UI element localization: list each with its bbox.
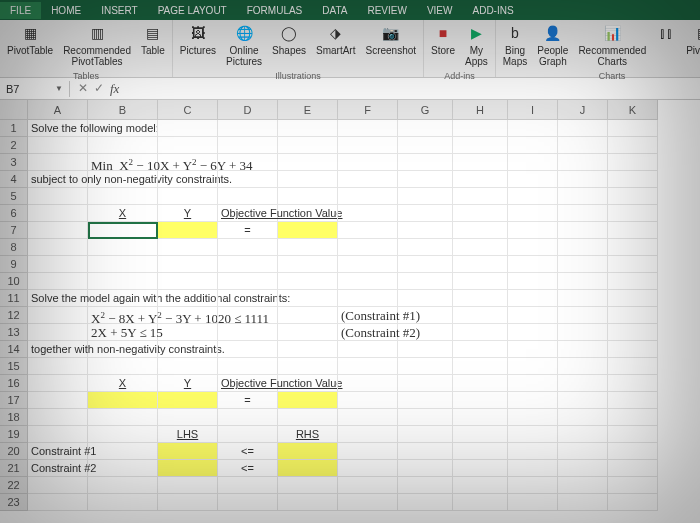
cell[interactable]: [558, 443, 608, 460]
smartart-button[interactable]: ⬗SmartArt: [313, 22, 358, 58]
cell[interactable]: [508, 290, 558, 307]
fx-icon[interactable]: fx: [110, 81, 119, 97]
cell[interactable]: [28, 188, 88, 205]
row-header[interactable]: 23: [0, 494, 28, 511]
row-header[interactable]: 14: [0, 341, 28, 358]
cell[interactable]: [278, 256, 338, 273]
cell[interactable]: [218, 256, 278, 273]
cell[interactable]: [558, 426, 608, 443]
cell[interactable]: [88, 494, 158, 511]
cell[interactable]: [278, 188, 338, 205]
tab-file[interactable]: FILE: [0, 2, 41, 19]
cell[interactable]: [158, 256, 218, 273]
recommended-pivottables-button[interactable]: ▥Recommended PivotTables: [60, 22, 134, 69]
cell[interactable]: [88, 443, 158, 460]
cell[interactable]: [608, 137, 658, 154]
tab-addins[interactable]: ADD-INS: [462, 2, 523, 19]
row-header[interactable]: 9: [0, 256, 28, 273]
cell[interactable]: Objective Function Value: [218, 205, 278, 222]
cell[interactable]: [278, 239, 338, 256]
cell[interactable]: [338, 171, 398, 188]
cell[interactable]: [608, 358, 658, 375]
cell[interactable]: [508, 154, 558, 171]
cell[interactable]: [453, 409, 508, 426]
cell[interactable]: [508, 341, 558, 358]
cell[interactable]: [218, 341, 278, 358]
cell[interactable]: [508, 120, 558, 137]
cell[interactable]: [278, 154, 338, 171]
cell[interactable]: [608, 256, 658, 273]
cell[interactable]: [218, 307, 278, 324]
cell[interactable]: [608, 239, 658, 256]
cell[interactable]: [453, 273, 508, 290]
cell[interactable]: Solve the model again with the additiona…: [28, 290, 88, 307]
cell[interactable]: [88, 256, 158, 273]
cell[interactable]: [88, 341, 158, 358]
cell[interactable]: [158, 137, 218, 154]
cell[interactable]: [28, 375, 88, 392]
row-header[interactable]: 3: [0, 154, 28, 171]
cell[interactable]: [278, 222, 338, 239]
cell[interactable]: [338, 222, 398, 239]
cell[interactable]: [453, 426, 508, 443]
cell[interactable]: Objective Function Value: [218, 375, 278, 392]
cell[interactable]: [158, 324, 218, 341]
cell[interactable]: [608, 154, 658, 171]
cell[interactable]: [608, 477, 658, 494]
pictures-button[interactable]: 🖼Pictures: [177, 22, 219, 58]
row-header[interactable]: 21: [0, 460, 28, 477]
col-header[interactable]: I: [508, 100, 558, 120]
cell[interactable]: [608, 222, 658, 239]
cell[interactable]: [398, 154, 453, 171]
cell[interactable]: [28, 477, 88, 494]
cell[interactable]: [398, 290, 453, 307]
cell[interactable]: [158, 392, 218, 409]
cell[interactable]: [338, 409, 398, 426]
row-header[interactable]: 12: [0, 307, 28, 324]
cell[interactable]: [278, 120, 338, 137]
cell[interactable]: [398, 324, 453, 341]
cell[interactable]: [398, 222, 453, 239]
cell[interactable]: [508, 205, 558, 222]
cell[interactable]: [158, 239, 218, 256]
tab-home[interactable]: HOME: [41, 2, 91, 19]
cell[interactable]: Solve the following model:: [28, 120, 88, 137]
cell[interactable]: [508, 426, 558, 443]
cell[interactable]: [608, 409, 658, 426]
cell[interactable]: [398, 494, 453, 511]
cell[interactable]: [558, 341, 608, 358]
cell[interactable]: [398, 273, 453, 290]
tab-view[interactable]: VIEW: [417, 2, 463, 19]
cell[interactable]: [558, 171, 608, 188]
cell[interactable]: [338, 443, 398, 460]
cell[interactable]: [453, 154, 508, 171]
recommended-charts-button[interactable]: 📊Recommended Charts: [575, 22, 649, 69]
tab-formulas[interactable]: FORMULAS: [237, 2, 313, 19]
row-header[interactable]: 18: [0, 409, 28, 426]
col-header[interactable]: A: [28, 100, 88, 120]
cell[interactable]: =: [218, 222, 278, 239]
cell[interactable]: [608, 205, 658, 222]
cell[interactable]: [338, 477, 398, 494]
col-header[interactable]: G: [398, 100, 453, 120]
col-header[interactable]: J: [558, 100, 608, 120]
cell[interactable]: [398, 358, 453, 375]
row-header[interactable]: 16: [0, 375, 28, 392]
cell[interactable]: [508, 375, 558, 392]
cell[interactable]: [88, 460, 158, 477]
cell[interactable]: [278, 341, 338, 358]
cell[interactable]: [558, 205, 608, 222]
cell[interactable]: [88, 171, 158, 188]
cell[interactable]: [453, 290, 508, 307]
cell[interactable]: <=: [218, 460, 278, 477]
cell[interactable]: [398, 137, 453, 154]
pivotchart-button[interactable]: ▦PivotCh: [683, 22, 700, 58]
cell[interactable]: [28, 409, 88, 426]
cell[interactable]: [338, 120, 398, 137]
col-header[interactable]: F: [338, 100, 398, 120]
cell[interactable]: [558, 154, 608, 171]
cell[interactable]: [28, 154, 88, 171]
cell[interactable]: <=: [218, 443, 278, 460]
cell[interactable]: [508, 409, 558, 426]
row-header[interactable]: 4: [0, 171, 28, 188]
